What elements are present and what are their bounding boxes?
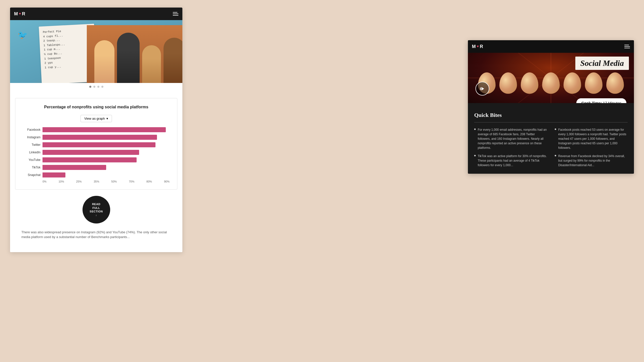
- cook-time-badge: Cook Time: 17 Minutes: [576, 98, 626, 103]
- bar-label-tiktok: TikTok: [23, 166, 41, 169]
- bar-track-twitter: [43, 142, 170, 147]
- hamburger-line-2: [173, 14, 178, 14]
- read-full-section-button[interactable]: READ FULL SECTION ↓: [83, 196, 110, 223]
- logo-heart: ♥: [19, 12, 21, 16]
- right-hamburger-line-1: [624, 45, 629, 45]
- chart-container: Percentage of nonprofits using social me…: [15, 98, 177, 190]
- quick-bites-section: Quick Bites For every 1,000 email addres…: [468, 103, 634, 174]
- bar-row-linkedin: LinkedIn: [23, 150, 170, 155]
- egg-3: [521, 72, 538, 94]
- logo-r: R: [22, 11, 25, 17]
- social-media-title: Social Media: [575, 57, 629, 70]
- logo-m: M: [14, 11, 18, 17]
- listen-button[interactable]: [475, 82, 489, 96]
- bar-fill-linkedin: [43, 150, 139, 155]
- dot-3[interactable]: [97, 86, 99, 88]
- hero-collage: 🐦 Perfect Pie 4 cups fl... 2 teasp... 1 …: [10, 20, 182, 90]
- egg-4: [542, 72, 560, 94]
- x-axis: 0% 10% 25% 35% 50% 70% 80% 90%: [43, 180, 170, 183]
- bullet-dot-4: [555, 155, 556, 156]
- x-label-80: 80%: [146, 180, 152, 183]
- x-label-10: 10%: [59, 180, 64, 183]
- right-logo-m: M: [472, 44, 476, 49]
- right-logo: M ♥ R: [472, 44, 483, 49]
- bar-fill-youtube: [43, 157, 137, 162]
- bar-track-facebook: [43, 127, 170, 132]
- x-label-70: 70%: [129, 180, 134, 183]
- left-panel: M ♥ R 🐦 Perfect Pie 4 cups fl... 2 teasp…: [10, 8, 182, 252]
- description-text: There was also widespread presence on In…: [15, 227, 177, 245]
- right-hamburger-line-3: [624, 48, 630, 48]
- bullet-item-3: Facebook posts reached 53 users on avera…: [555, 127, 628, 150]
- bullet-dot-1: [474, 128, 476, 130]
- menu-button[interactable]: [173, 12, 178, 16]
- bar-fill-tiktok: [43, 165, 106, 170]
- quick-bites-title: Quick Bites: [474, 112, 628, 118]
- bar-label-twitter: Twitter: [23, 143, 41, 147]
- svg-marker-4: [481, 87, 484, 90]
- right-panel: M ♥ R: [468, 40, 634, 174]
- bar-chart: Facebook Instagram Twitter: [23, 127, 170, 183]
- x-label-50: 50%: [111, 180, 117, 183]
- bar-fill-facebook: [43, 127, 166, 132]
- hamburger-line-3: [173, 15, 178, 16]
- x-label-35: 35%: [94, 180, 99, 183]
- chart-title: Percentage of nonprofits using social me…: [23, 105, 170, 110]
- read-full-line1: READ: [92, 202, 100, 206]
- read-full-line2: FULL: [92, 206, 100, 210]
- bullet-item-1: For every 1,000 email addresses, nonprof…: [474, 127, 547, 150]
- dot-navigation: [10, 83, 182, 90]
- bar-fill-snapchat: [43, 172, 65, 177]
- bar-track-linkedin: [43, 150, 170, 155]
- left-logo: M ♥ R: [14, 11, 25, 17]
- bar-row-tiktok: TikTok: [23, 165, 170, 170]
- egg-7: [606, 72, 624, 94]
- bullet-text-2: TikTok was an active platform for 30% of…: [478, 154, 547, 167]
- dot-2[interactable]: [93, 86, 95, 88]
- x-label-25: 25%: [76, 180, 82, 183]
- view-as-graph-dropdown[interactable]: View as graph ▾: [80, 115, 112, 122]
- bullet-text-1: For every 1,000 email addresses, nonprof…: [478, 127, 547, 150]
- bar-track-tiktok: [43, 165, 170, 170]
- bar-label-linkedin: LinkedIn: [23, 151, 41, 154]
- right-menu-button[interactable]: [624, 45, 630, 48]
- right-logo-r: R: [480, 44, 483, 49]
- bird-icon: 🐦: [18, 30, 28, 40]
- people-group: [87, 25, 182, 90]
- recipe-text: Perfect Pie 4 cups fl... 2 teasp... 1 Ta…: [43, 28, 93, 70]
- right-hamburger-line-2: [624, 46, 630, 47]
- bar-label-instagram: Instagram: [23, 135, 41, 139]
- left-header: M ♥ R: [10, 8, 182, 20]
- bar-row-twitter: Twitter: [23, 142, 170, 147]
- bar-fill-twitter: [43, 142, 155, 147]
- right-header: M ♥ R: [468, 40, 634, 53]
- bar-row-facebook: Facebook: [23, 127, 170, 132]
- people-silhouettes: [94, 33, 182, 90]
- dropdown-arrow: ▾: [106, 117, 108, 120]
- quick-bites-col-2: Facebook posts reached 53 users on avera…: [555, 127, 628, 167]
- x-label-90: 90%: [164, 180, 170, 183]
- bar-label-youtube: YouTube: [23, 158, 41, 162]
- chart-section: Percentage of nonprofits using social me…: [10, 90, 182, 252]
- dropdown-label: View as graph: [84, 117, 105, 120]
- dot-1[interactable]: [89, 86, 91, 88]
- bar-fill-instagram: [43, 135, 157, 140]
- egg-2: [499, 72, 517, 94]
- hamburger-line-1: [173, 12, 177, 13]
- read-full-arrow: ↓: [96, 213, 97, 217]
- right-hero: Social Media Cook Time: 17 Minutes: [468, 53, 634, 103]
- bullet-item-4: Revenue from Facebook declined by 34% ov…: [555, 154, 628, 167]
- read-full-line3: SECTION: [90, 210, 103, 213]
- bar-row-youtube: YouTube: [23, 157, 170, 162]
- description-content: There was also widespread presence on In…: [21, 230, 167, 239]
- bar-track-youtube: [43, 157, 170, 162]
- read-full-wrapper: READ FULL SECTION ↓: [15, 190, 177, 210]
- person-2: [117, 33, 140, 90]
- dot-4[interactable]: [101, 86, 103, 88]
- bar-label-facebook: Facebook: [23, 128, 41, 131]
- cook-time-label: Cook Time:: [581, 101, 602, 103]
- bullet-dot-2: [474, 155, 476, 156]
- bar-row-instagram: Instagram: [23, 135, 170, 140]
- cook-time-value: 17 Minutes: [603, 101, 621, 103]
- right-logo-heart: ♥: [477, 44, 479, 49]
